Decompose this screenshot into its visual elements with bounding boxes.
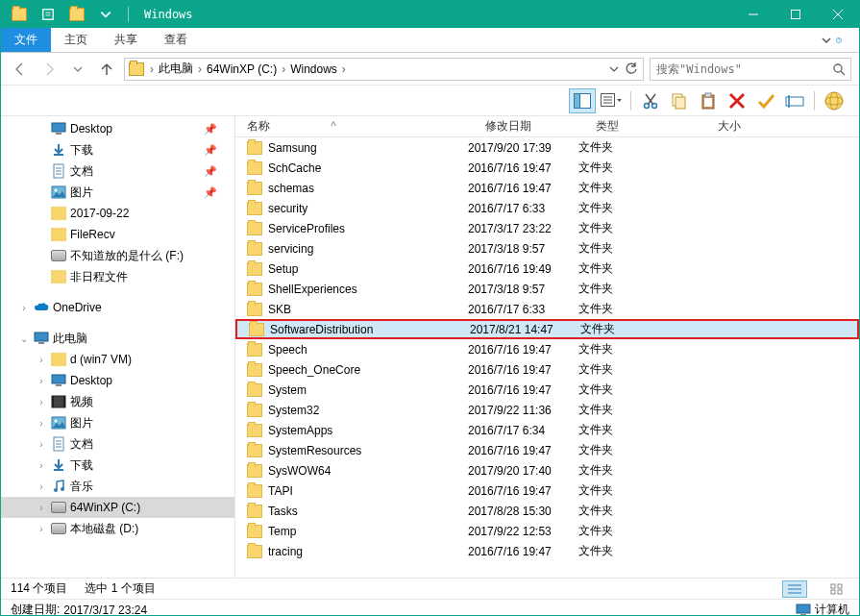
file-row[interactable]: Setup2016/7/16 19:49文件夹 — [235, 259, 859, 279]
up-button[interactable] — [95, 58, 118, 81]
search-box[interactable] — [650, 58, 851, 81]
file-row[interactable]: Speech2016/7/16 19:47文件夹 — [235, 339, 859, 359]
file-row[interactable]: SKB2016/7/17 6:33文件夹 — [235, 299, 859, 319]
tree-item[interactable]: ›文档 — [1, 433, 234, 455]
details-view-button[interactable] — [782, 580, 807, 598]
tree-onedrive[interactable]: ›OneDrive — [1, 297, 234, 318]
view-panes-icon[interactable] — [569, 88, 596, 113]
cut-icon[interactable] — [637, 88, 664, 113]
file-row[interactable]: SysWOW642017/9/20 17:40文件夹 — [235, 460, 859, 480]
file-list-body[interactable]: Samsung2017/9/20 17:39文件夹SchCache2016/7/… — [235, 137, 859, 578]
tree-item[interactable]: ›64WinXP (C:) — [1, 497, 234, 518]
file-date: 2016/7/16 19:47 — [468, 383, 578, 397]
file-row[interactable]: ServiceProfiles2017/3/17 23:22文件夹 — [235, 218, 859, 238]
tab-share[interactable]: 共享 — [101, 28, 151, 52]
search-input[interactable] — [651, 62, 827, 76]
breadcrumb-arrow[interactable]: › — [196, 62, 204, 76]
forward-button[interactable] — [37, 58, 61, 81]
view-dropdown-icon[interactable] — [598, 88, 625, 113]
file-row[interactable]: Tasks2017/8/28 15:30文件夹 — [235, 501, 859, 521]
file-row[interactable]: SystemResources2016/7/16 19:47文件夹 — [235, 440, 859, 460]
rename-icon[interactable] — [781, 88, 808, 113]
tree-item[interactable]: Desktop📌 — [1, 118, 234, 139]
breadcrumb-arrow[interactable]: › — [280, 62, 287, 76]
tab-home[interactable]: 主页 — [51, 28, 101, 52]
breadcrumb-thispc[interactable]: 此电脑 — [156, 61, 196, 77]
tree-item[interactable]: 非日程文件 — [1, 266, 234, 287]
minimize-button[interactable] — [732, 1, 774, 28]
col-size[interactable]: 大小 — [718, 118, 775, 135]
delete-icon[interactable] — [724, 88, 750, 113]
file-row[interactable]: SchCache2016/7/16 19:47文件夹 — [235, 158, 859, 178]
back-button[interactable] — [9, 58, 32, 81]
breadcrumb-arrow[interactable]: › — [340, 62, 348, 76]
recent-button[interactable] — [66, 58, 89, 81]
tree-label: 文档 — [70, 163, 93, 180]
tree-item[interactable]: 2017-09-22 — [1, 203, 234, 224]
file-row[interactable]: security2016/7/17 6:33文件夹 — [235, 198, 859, 218]
icons-view-button[interactable] — [824, 580, 849, 598]
download-icon — [51, 457, 66, 473]
file-row[interactable]: TAPI2016/7/16 19:47文件夹 — [235, 480, 859, 501]
tree-thispc[interactable]: ⌄此电脑 — [1, 328, 234, 349]
file-row[interactable]: ShellExperiences2017/3/18 9:57文件夹 — [235, 279, 859, 299]
svg-rect-63 — [838, 584, 842, 588]
qat-properties-icon[interactable] — [36, 5, 61, 24]
copy-icon[interactable] — [666, 88, 693, 113]
folder-icon — [247, 242, 262, 256]
ribbon-expand-button[interactable] — [817, 28, 836, 52]
file-row[interactable]: System322017/9/22 11:36文件夹 — [235, 400, 859, 420]
file-date: 2016/7/17 6:33 — [468, 303, 578, 316]
qat-newfolder-icon[interactable] — [64, 5, 89, 24]
file-row[interactable]: SystemApps2016/7/17 6:34文件夹 — [235, 420, 859, 440]
address-dropdown-icon[interactable] — [606, 60, 622, 79]
globe-icon[interactable] — [821, 88, 848, 113]
tree-item[interactable]: ›视频 — [1, 391, 234, 412]
file-row[interactable]: SoftwareDistribution2017/8/21 14:47文件夹 — [235, 319, 859, 339]
tree-label: 2017-09-22 — [70, 207, 129, 220]
file-name: System — [268, 383, 307, 397]
tree-item[interactable]: ›音乐 — [1, 476, 234, 497]
breadcrumb-drive[interactable]: 64WinXP (C:) — [204, 62, 280, 76]
tab-view[interactable]: 查看 — [151, 28, 201, 52]
maximize-button[interactable] — [774, 1, 817, 28]
tree-item[interactable]: ›本地磁盘 (D:) — [1, 518, 234, 539]
tree-item[interactable]: FileRecv — [1, 224, 234, 245]
close-button[interactable] — [817, 1, 859, 28]
file-row[interactable]: Temp2017/9/22 12:53文件夹 — [235, 521, 859, 541]
check-icon[interactable] — [752, 88, 779, 113]
file-row[interactable]: servicing2017/3/18 9:57文件夹 — [235, 238, 859, 259]
file-row[interactable]: Samsung2017/9/20 17:39文件夹 — [235, 137, 859, 158]
folder-icon — [247, 404, 262, 417]
file-row[interactable]: tracing2016/7/16 19:47文件夹 — [235, 541, 859, 561]
navigation-tree[interactable]: Desktop📌下载📌文档📌图片📌2017-09-22FileRecv不知道放的… — [1, 116, 235, 578]
qat-dropdown-icon[interactable] — [93, 5, 118, 24]
tree-item[interactable]: ›Desktop — [1, 370, 234, 391]
col-date[interactable]: 修改日期 — [485, 118, 596, 135]
tree-item[interactable]: 图片📌 — [1, 182, 234, 203]
col-type[interactable]: 类型 — [596, 118, 718, 135]
file-list: 名称 ^ 修改日期 类型 大小 Samsung2017/9/20 17:39文件… — [235, 116, 859, 578]
file-row[interactable]: schemas2016/7/16 19:47文件夹 — [235, 178, 859, 198]
tab-file[interactable]: 文件 — [1, 28, 51, 52]
breadcrumb-folder[interactable]: Windows — [287, 62, 340, 76]
tree-item[interactable]: 不知道放的是什么 (F:) — [1, 245, 234, 266]
folder-icon[interactable] — [7, 5, 32, 24]
pin-icon: 📌 — [204, 123, 217, 136]
file-row[interactable]: Speech_OneCore2016/7/16 19:47文件夹 — [235, 359, 859, 380]
breadcrumb-arrow[interactable]: › — [148, 62, 156, 76]
svg-point-19 — [645, 103, 650, 108]
col-name[interactable]: 名称 ^ — [247, 118, 485, 135]
folder-icon — [247, 303, 262, 316]
file-row[interactable]: System2016/7/16 19:47文件夹 — [235, 380, 859, 400]
tree-item[interactable]: ›下载 — [1, 455, 234, 476]
tree-item[interactable]: ›d (win7 VM) — [1, 349, 234, 370]
refresh-button[interactable] — [624, 60, 639, 79]
help-button[interactable]: ? — [836, 28, 859, 52]
tree-item[interactable]: ›图片 — [1, 412, 234, 433]
tree-item[interactable]: 文档📌 — [1, 160, 234, 182]
tree-item[interactable]: 下载📌 — [1, 139, 234, 160]
address-bar[interactable]: › 此电脑 › 64WinXP (C:) › Windows › — [124, 58, 644, 81]
paste-icon[interactable] — [695, 88, 722, 113]
search-icon[interactable] — [827, 59, 850, 80]
